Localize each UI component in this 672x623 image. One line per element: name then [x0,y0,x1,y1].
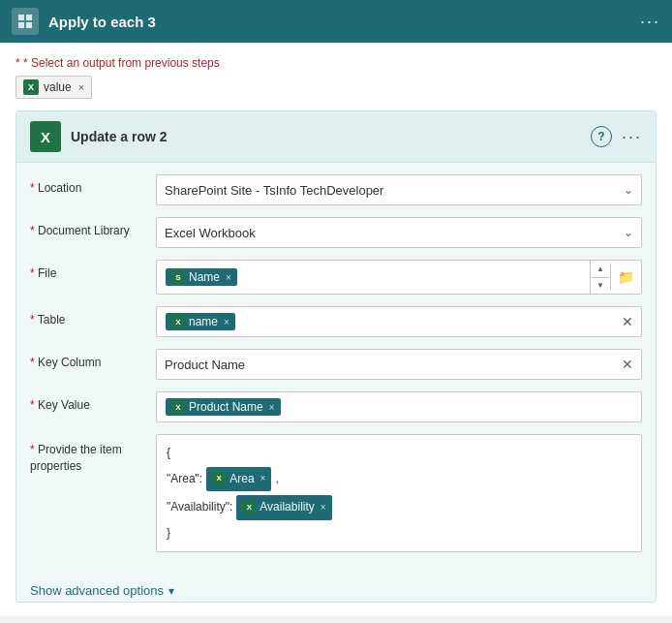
svg-rect-0 [18,15,24,20]
key-column-value: Product Name [165,358,606,372]
document-library-dropdown[interactable]: Excel Workbook ⌄ [156,217,642,248]
file-stepper: ▲ ▼ [590,261,610,294]
key-column-row: * Key Column Product Name ✕ [30,349,642,380]
table-control[interactable]: X name × ✕ [156,306,642,337]
outer-container: * * Select an output from previous steps… [0,43,672,616]
availability-token-close[interactable]: × [321,499,326,516]
stepper-down-button[interactable]: ▼ [591,278,610,295]
folder-icon[interactable]: 📁 [610,265,641,290]
table-row: * Table X name × ✕ [30,306,642,337]
file-content: S Name × [157,263,590,292]
availability-token-text: Availability [260,497,314,518]
key-column-label: * Key Column [30,349,156,371]
location-label: * Location [30,174,156,197]
svg-rect-2 [18,22,24,28]
card-title: Update a row 2 [71,129,581,144]
key-value-token: X Product Name × [166,398,281,416]
top-bar-icon [12,8,39,35]
top-bar: Apply to each 3 ··· [0,0,672,43]
location-arrow-icon: ⌄ [624,183,633,197]
table-clear-icon[interactable]: ✕ [622,314,633,329]
svg-rect-1 [26,15,32,20]
key-column-clear-icon[interactable]: ✕ [622,357,633,372]
file-row: * File S Name × ▲ ▼ 📁 [30,260,642,295]
card-header: X Update a row 2 ? ··· [16,111,656,163]
item-properties-control[interactable]: { "Area": X Area × , "Availability": [156,434,642,552]
prop-line-area: "Area": X Area × , [167,466,631,493]
req-asterisk: * [15,56,23,70]
table-name-token: X name × [166,313,235,330]
document-library-label: * Document Library [30,217,156,239]
form-body: * Location SharePoint Site - TsInfo Tech… [16,163,656,576]
area-token-icon: X [212,472,226,485]
availability-token-icon: X [242,501,256,514]
stepper-up-button[interactable]: ▲ [591,261,610,278]
select-label-text: * Select an output from previous steps [23,56,220,70]
location-row: * Location SharePoint Site - TsInfo Tech… [30,174,642,205]
location-dropdown[interactable]: SharePoint Site - TsInfo TechDeveloper ⌄ [156,174,642,205]
table-label: * Table [30,306,156,328]
card-more-button[interactable]: ··· [622,127,642,147]
document-library-row: * Document Library Excel Workbook ⌄ [30,217,642,248]
update-row-card: X Update a row 2 ? ··· * Location ShareP… [15,110,657,603]
file-token-close[interactable]: × [226,272,231,283]
area-key: "Area": [167,469,202,490]
file-token-icon: S [171,270,185,284]
file-control[interactable]: S Name × ▲ ▼ 📁 [156,260,642,295]
value-tag-text: value [44,80,72,94]
key-value-control[interactable]: X Product Name × [156,391,642,422]
top-bar-more-button[interactable]: ··· [640,12,660,32]
advanced-options-link[interactable]: Show advanced options [30,583,164,598]
select-label: * * Select an output from previous steps [15,56,657,70]
area-token-close[interactable]: × [260,470,266,487]
advanced-options-chevron-icon: ▾ [168,584,174,598]
location-value: SharePoint Site - TsInfo TechDeveloper [165,183,606,198]
help-icon[interactable]: ? [591,126,612,147]
value-excel-icon: X [23,79,39,95]
table-token-icon: X [171,315,185,328]
close-brace: } [167,523,631,545]
value-tag-close[interactable]: × [78,81,84,93]
area-token-text: Area [229,469,254,490]
key-value-row: * Key Value X Product Name × [30,391,642,422]
table-token-text: name [189,315,218,328]
document-library-arrow-icon: ⌄ [624,226,633,239]
area-token: X Area × [206,467,271,492]
table-token-close[interactable]: × [224,317,229,327]
item-properties-row: * Provide the item properties { "Area": … [30,434,642,552]
key-value-token-close[interactable]: × [269,402,275,413]
area-comma: , [275,469,278,490]
availability-key: "Availability": [167,497,232,518]
file-token-text: Name [189,270,220,284]
card-header-icons: ? ··· [591,126,642,147]
prop-line-availability: "Availability": X Availability × [167,494,631,521]
svg-rect-3 [26,22,32,28]
card-excel-icon: X [30,121,61,152]
key-value-token-icon: X [171,400,185,414]
file-label: * File [30,260,156,282]
value-tag: X value × [15,76,92,99]
open-brace: { [167,443,631,464]
key-column-control[interactable]: Product Name ✕ [156,349,642,380]
advanced-options-section: Show advanced options ▾ [16,576,656,602]
availability-token: X Availability × [236,495,331,520]
key-value-label: * Key Value [30,391,156,414]
file-name-token: S Name × [166,268,237,286]
item-properties-label: * Provide the item properties [30,434,156,475]
document-library-value: Excel Workbook [165,226,606,240]
key-value-token-text: Product Name [189,400,263,414]
page-title: Apply to each 3 [48,14,630,30]
